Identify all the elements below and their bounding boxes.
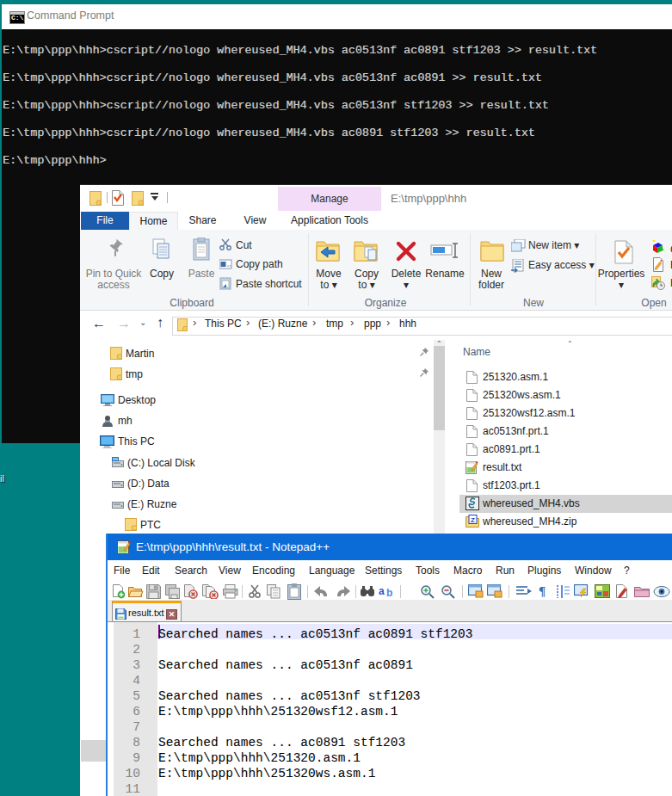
- svg-text:¶: ¶: [539, 584, 546, 598]
- svg-text:a: a: [379, 585, 385, 597]
- svg-text:b: b: [386, 587, 392, 599]
- svg-text:Z: Z: [471, 516, 475, 524]
